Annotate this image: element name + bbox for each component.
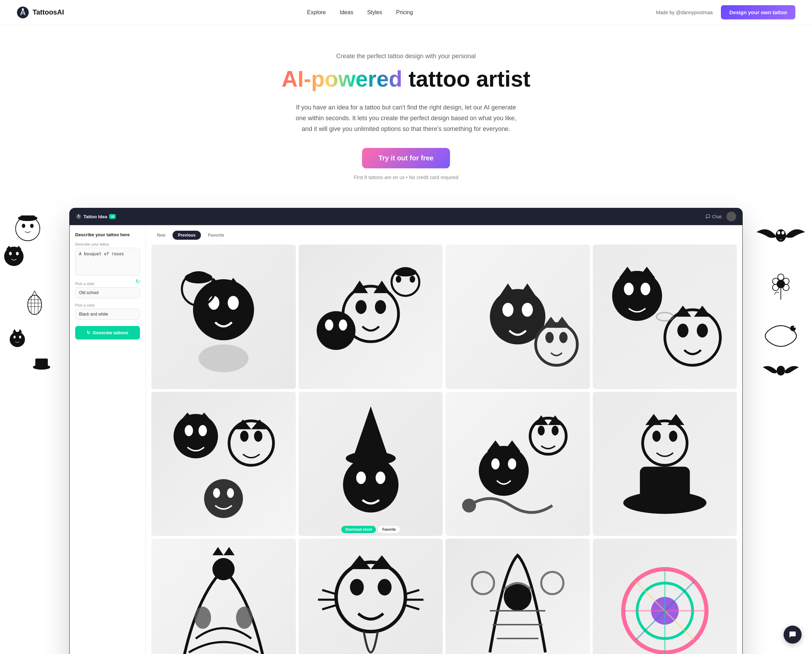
app-logo: Tattoo Idea AI (76, 214, 116, 219)
nav-ideas[interactable]: Ideas (340, 9, 353, 15)
svg-point-70 (240, 431, 248, 442)
nav-styles[interactable]: Styles (367, 9, 382, 15)
tattoo-cell-2[interactable] (298, 244, 443, 389)
svg-point-60 (624, 283, 634, 295)
svg-rect-88 (640, 467, 690, 506)
tattoo-cell-3[interactable] (445, 244, 590, 389)
tattoo-cell-12[interactable] (593, 539, 737, 654)
tab-previous[interactable]: Previous (173, 231, 201, 240)
nav-right: Made by @dannypostmaa Design your own ta… (656, 5, 795, 19)
sidebar-title: Describe your tattoo here (75, 232, 140, 237)
svg-point-48 (339, 319, 347, 330)
svg-point-5 (18, 215, 37, 221)
app-window: Tattoo Idea AI Chat (69, 208, 743, 654)
logo-icon (17, 6, 29, 19)
svg-point-89 (642, 421, 687, 465)
style-label: Pick a style (75, 282, 140, 286)
tattoo-cell-4[interactable] (593, 244, 737, 389)
app-main-content: New Previous Favorite (146, 225, 742, 654)
logo-link[interactable]: TattoosAI (17, 6, 64, 19)
app-logo-icon (76, 214, 81, 219)
generate-button[interactable]: ↻ Generate tattoos (75, 326, 140, 339)
svg-point-29 (778, 274, 784, 280)
style-select[interactable]: Old school (75, 287, 140, 298)
tattoo-cell-7[interactable] (445, 392, 590, 536)
svg-point-52 (410, 276, 415, 283)
svg-point-25 (781, 231, 784, 234)
tattoo-cell-10[interactable] (298, 539, 443, 654)
favorite-button[interactable]: Favorite (378, 526, 400, 533)
svg-point-31 (783, 284, 789, 290)
describe-textarea[interactable]: A bouquet of roses (75, 248, 140, 275)
nav-pricing[interactable]: Pricing (396, 9, 413, 15)
tattoo-cell-9[interactable] (151, 539, 296, 654)
svg-point-73 (213, 488, 220, 498)
tattoo-cell-11[interactable] (445, 539, 590, 654)
hero-cta-button[interactable]: Try it out for free (362, 148, 450, 168)
tab-new[interactable]: New (151, 231, 171, 240)
tattoo-image-3 (445, 244, 590, 389)
describe-label: Describe your tattoo (75, 242, 140, 246)
right-decoration (750, 201, 812, 654)
svg-point-44 (355, 300, 367, 314)
tattoo-image-9 (151, 539, 296, 654)
svg-point-37 (193, 279, 254, 340)
svg-point-2 (15, 217, 40, 241)
app-tabs: New Previous Favorite (151, 231, 737, 240)
svg-point-10 (28, 295, 41, 315)
svg-line-100 (322, 605, 336, 609)
tattoo-cell-8[interactable] (593, 392, 737, 536)
svg-point-61 (641, 283, 650, 295)
nav-explore[interactable]: Explore (307, 9, 326, 15)
svg-point-56 (535, 324, 577, 365)
svg-point-26 (777, 280, 785, 288)
tattoo-image-2 (298, 244, 443, 389)
svg-point-90 (652, 431, 661, 442)
svg-point-30 (772, 284, 779, 290)
chat-bubble-button[interactable] (784, 626, 801, 643)
chat-button[interactable]: Chat (706, 214, 722, 219)
svg-point-68 (199, 425, 207, 436)
svg-point-18 (14, 336, 15, 338)
tab-favorite[interactable]: Favorite (202, 231, 230, 240)
svg-point-74 (227, 488, 234, 498)
hero-subtitle: Create the perfect tattoo design with yo… (276, 53, 536, 60)
tattoo-cell-5[interactable] (151, 392, 296, 536)
tattoo-image-7 (445, 392, 590, 536)
app-sidebar: Describe your tattoo here Describe your … (70, 225, 146, 654)
svg-point-36 (78, 215, 80, 216)
tattoo-image-4 (593, 244, 737, 389)
nav-cta-button[interactable]: Design your own tattoo (721, 5, 795, 19)
svg-point-97 (378, 579, 391, 596)
svg-point-24 (777, 231, 780, 234)
user-avatar[interactable] (726, 212, 736, 222)
svg-point-95 (336, 562, 405, 631)
svg-point-65 (656, 312, 673, 321)
download-sheet-button[interactable]: Download sheet (341, 526, 376, 533)
app-title-text: Tattoo Idea (84, 214, 107, 219)
color-select[interactable]: Black and white (75, 309, 140, 320)
left-deco-svg (0, 201, 62, 409)
svg-point-47 (325, 319, 333, 330)
svg-line-103 (405, 605, 419, 609)
app-bar-right: Chat (706, 212, 736, 222)
svg-rect-22 (34, 366, 49, 368)
app-ai-badge: AI (109, 214, 116, 219)
tattoo-cell-1[interactable] (151, 244, 296, 389)
chat-label: Chat (712, 214, 722, 219)
svg-point-34 (777, 366, 785, 376)
svg-point-42 (185, 272, 213, 283)
svg-line-101 (405, 590, 419, 594)
svg-point-50 (394, 268, 416, 277)
svg-point-57 (545, 332, 554, 343)
tattoo-cell-6[interactable]: Download sheet Favorite (298, 392, 443, 536)
svg-point-96 (350, 579, 364, 596)
refresh-icon[interactable]: ↻ (135, 278, 140, 285)
svg-point-51 (396, 276, 401, 283)
svg-point-32 (790, 325, 796, 331)
svg-point-9 (16, 252, 19, 255)
svg-point-38 (208, 296, 219, 310)
tattoo-grid: Download sheet Favorite (151, 244, 737, 654)
chat-icon (706, 214, 711, 219)
svg-point-45 (375, 300, 386, 314)
